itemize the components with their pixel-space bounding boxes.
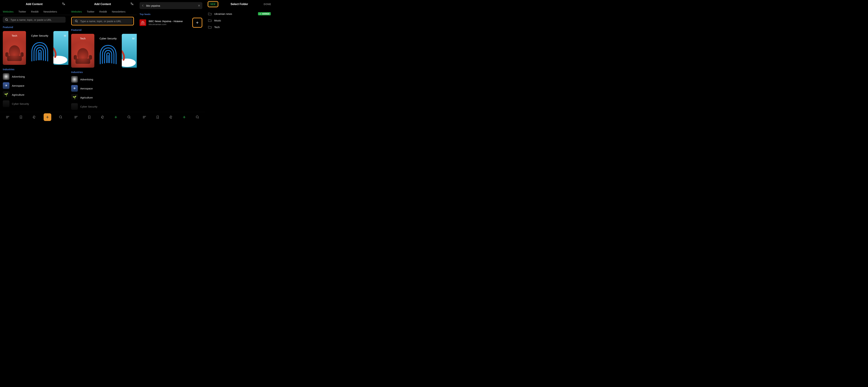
new-folder-button[interactable]: NEW bbox=[209, 2, 217, 6]
search-icon bbox=[75, 19, 78, 23]
industry-label: Cyber Security bbox=[80, 105, 97, 108]
featured-card-partial[interactable]: M bbox=[53, 31, 68, 65]
nav-tag-icon[interactable] bbox=[99, 113, 106, 121]
industry-item-aerospace[interactable]: ✈Aerospace bbox=[71, 85, 134, 92]
cup-illustration bbox=[53, 44, 67, 65]
featured-row: Tech Cyber Security M bbox=[0, 31, 68, 65]
tab-newsletters[interactable]: Newsletters bbox=[43, 10, 57, 13]
search-icon bbox=[5, 18, 8, 22]
industry-item-advertising[interactable]: Advertising bbox=[71, 76, 134, 83]
logo-line: NEWS bbox=[141, 22, 145, 23]
nav-menu-icon[interactable] bbox=[4, 113, 11, 121]
vr-illustration bbox=[4, 42, 25, 65]
back-icon[interactable] bbox=[141, 4, 145, 7]
folder-item-tech[interactable]: Tech bbox=[208, 24, 271, 30]
nav-menu-icon[interactable] bbox=[141, 113, 148, 121]
industry-item-agriculture[interactable]: 🌱Agriculture bbox=[71, 94, 134, 101]
industry-label: Advertising bbox=[12, 75, 25, 78]
industries-list: Advertising ✈Aerospace 🌱Agriculture Cybe… bbox=[68, 76, 137, 110]
folder-label: Ukrainian news bbox=[214, 12, 255, 15]
industry-item-aerospace[interactable]: ✈Aerospace bbox=[3, 82, 66, 89]
fingerprint-icon bbox=[31, 41, 49, 63]
content-scroll[interactable]: Featured Tech Cyber Security bbox=[0, 23, 68, 122]
feed-text: BBC News Україна - Новини bbcukrainian.c… bbox=[149, 20, 190, 26]
industries-list: Advertising ✈Aerospace 🌱Agriculture Cybe… bbox=[0, 73, 68, 107]
folder-item-music[interactable]: Music bbox=[208, 18, 271, 23]
fingerprint-icon bbox=[99, 44, 117, 66]
search-input[interactable] bbox=[146, 4, 196, 7]
search-bar bbox=[140, 2, 203, 9]
vr-illustration bbox=[72, 45, 93, 68]
bottom-nav bbox=[137, 112, 205, 122]
tab-reddit[interactable]: Reddit bbox=[31, 10, 38, 13]
cup-illustration bbox=[122, 47, 136, 68]
nav-search-icon[interactable] bbox=[57, 113, 65, 121]
content-tabs: Websites Twitter Reddit Newsletters bbox=[68, 8, 137, 15]
tab-reddit[interactable]: Reddit bbox=[99, 10, 107, 13]
translate-icon[interactable] bbox=[130, 2, 134, 6]
tab-newsletters[interactable]: Newsletters bbox=[112, 10, 125, 13]
industries-heading: Industries bbox=[68, 68, 137, 76]
industry-item-cyber-cut[interactable]: Cyber Security bbox=[3, 100, 66, 107]
search-input[interactable] bbox=[80, 20, 130, 23]
svg-point-2 bbox=[59, 116, 62, 118]
nav-bookmark-icon[interactable] bbox=[154, 113, 161, 121]
featured-card-tech[interactable]: Tech bbox=[71, 34, 94, 68]
industry-label: Cyber Security bbox=[12, 102, 29, 105]
screen-select-folder: NEW Select Folder DONE Ukrainian news AD… bbox=[205, 0, 274, 122]
nav-tag-icon[interactable] bbox=[167, 113, 175, 121]
tab-twitter[interactable]: Twitter bbox=[87, 10, 94, 13]
featured-card-partial[interactable]: M bbox=[122, 34, 137, 68]
tab-websites[interactable]: Websites bbox=[71, 10, 82, 13]
industry-thumb bbox=[3, 100, 9, 107]
content-scroll[interactable]: Featured Tech Cyber Security bbox=[68, 26, 137, 122]
done-button[interactable]: DONE bbox=[264, 3, 271, 6]
industry-thumb: 🌱 bbox=[71, 94, 78, 101]
search-box[interactable] bbox=[72, 18, 132, 24]
nav-add-button[interactable] bbox=[180, 113, 188, 121]
nav-add-button[interactable] bbox=[112, 113, 120, 121]
nav-search-icon[interactable] bbox=[125, 113, 133, 121]
bottom-nav bbox=[68, 112, 137, 122]
nav-bookmark-icon[interactable] bbox=[86, 113, 93, 121]
industry-item-cyber-cut[interactable]: Cyber Security bbox=[71, 103, 134, 110]
industry-item-agriculture[interactable]: 🌱Agriculture bbox=[3, 91, 66, 98]
tab-twitter[interactable]: Twitter bbox=[18, 10, 26, 13]
featured-card-cyber[interactable]: Cyber Security bbox=[28, 31, 51, 65]
add-feed-button[interactable] bbox=[193, 19, 201, 27]
screen-add-content-1: Add Content Websites Twitter Reddit News… bbox=[0, 0, 68, 122]
folder-item-ukrainian-news[interactable]: Ukrainian news ADDED bbox=[208, 11, 271, 17]
added-badge: ADDED bbox=[258, 12, 271, 15]
folder-icon bbox=[208, 12, 212, 15]
industry-item-advertising[interactable]: Advertising bbox=[3, 73, 66, 80]
svg-point-6 bbox=[196, 116, 198, 118]
page-title: Add Content bbox=[26, 3, 42, 6]
feed-logo-bbc: BBC NEWS УКРАЇНА bbox=[140, 19, 146, 26]
added-label: ADDED bbox=[262, 13, 269, 15]
screen-search-results: Top feeds BBC NEWS УКРАЇНА BBC News Укра… bbox=[137, 0, 205, 122]
nav-add-button[interactable] bbox=[43, 113, 51, 121]
bottom-nav bbox=[0, 112, 68, 122]
search-input[interactable] bbox=[10, 18, 63, 21]
svg-point-0 bbox=[5, 19, 7, 21]
svg-point-5 bbox=[128, 116, 130, 118]
folder-list: Ukrainian news ADDED Music Tech bbox=[205, 8, 274, 30]
industry-label: Aerospace bbox=[12, 84, 24, 87]
search-box[interactable] bbox=[3, 17, 66, 23]
logo-line: BBC bbox=[142, 21, 144, 22]
nav-menu-icon[interactable] bbox=[72, 113, 80, 121]
clear-icon[interactable] bbox=[197, 4, 200, 7]
content-tabs: Websites Twitter Reddit Newsletters bbox=[0, 8, 68, 15]
page-title: Add Content bbox=[94, 3, 111, 6]
folder-icon bbox=[208, 26, 212, 29]
industry-thumb bbox=[71, 76, 78, 83]
translate-icon[interactable] bbox=[61, 2, 66, 6]
header: Add Content bbox=[0, 0, 68, 8]
featured-card-tech[interactable]: Tech bbox=[3, 31, 26, 65]
nav-tag-icon[interactable] bbox=[30, 113, 38, 121]
feed-result-item[interactable]: BBC NEWS УКРАЇНА BBC News Україна - Нови… bbox=[137, 18, 205, 28]
nav-search-icon[interactable] bbox=[194, 113, 201, 121]
tab-websites[interactable]: Websites bbox=[3, 10, 13, 13]
nav-bookmark-icon[interactable] bbox=[17, 113, 25, 121]
featured-card-cyber[interactable]: Cyber Security bbox=[96, 34, 120, 68]
